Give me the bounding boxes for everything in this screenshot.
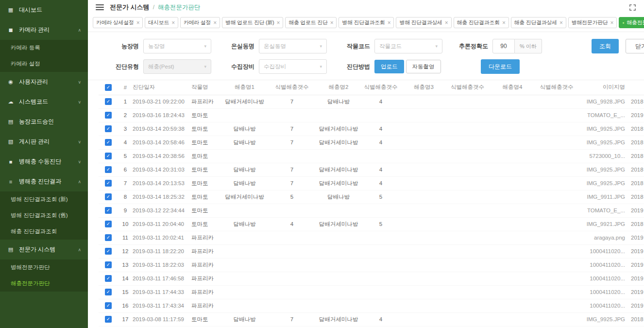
tab-item[interactable]: 해충 진단결과조회× bbox=[454, 17, 509, 28]
tab-label: 카메라 설정 bbox=[184, 19, 211, 26]
tab-item[interactable]: 병해 진단결과상세× bbox=[396, 17, 451, 28]
tab-close-icon[interactable]: × bbox=[330, 20, 334, 26]
sidebar-item[interactable]: ☁시스템코드∨ bbox=[0, 92, 88, 112]
tab-close-icon[interactable]: × bbox=[610, 20, 614, 26]
tab-item[interactable]: 카메라 설정× bbox=[180, 17, 220, 28]
row-checkbox[interactable]: ✓ bbox=[105, 275, 112, 282]
sidebar-item[interactable]: ■병해충 수동진단∨ bbox=[0, 152, 88, 172]
pest-count-4 bbox=[537, 272, 576, 285]
pest-count-3 bbox=[447, 312, 488, 326]
row-checkbox[interactable]: ✓ bbox=[105, 261, 112, 268]
row-checkbox[interactable]: ✓ bbox=[105, 207, 112, 214]
crop-name: 파프리카 bbox=[188, 95, 221, 108]
tab-item[interactable]: 대시보드× bbox=[145, 17, 178, 28]
row-checkbox[interactable]: ✓ bbox=[105, 112, 112, 119]
download-button[interactable]: 다운로드 bbox=[481, 59, 520, 74]
crop-code-select[interactable]: 작물코드 ▾ bbox=[374, 39, 442, 53]
row-checkbox[interactable]: ✓ bbox=[105, 193, 112, 200]
accuracy-input[interactable] bbox=[492, 39, 515, 53]
sidebar-subitem[interactable]: 해충 진단결과조회 bbox=[0, 224, 88, 240]
tab-close-icon[interactable]: × bbox=[559, 20, 563, 26]
sidebar-subitem[interactable]: 해충전문가판단 bbox=[0, 276, 88, 292]
sidebar-subitem[interactable]: 병해전문가판단 bbox=[0, 259, 88, 276]
pest-count-4 bbox=[537, 312, 576, 326]
row-number: 12 bbox=[118, 244, 133, 258]
row-checkbox[interactable]: ✓ bbox=[105, 221, 112, 227]
sidebar-subitem[interactable]: 병해 진단결과조회 (新) bbox=[0, 191, 88, 207]
pest-name-4 bbox=[488, 108, 537, 122]
method-upload-button[interactable]: 업로드 bbox=[374, 60, 404, 73]
sidebar-item[interactable]: ◉사용자관리∨ bbox=[0, 72, 88, 92]
tab-close-icon[interactable]: × bbox=[502, 20, 506, 26]
pest-count-3 bbox=[447, 163, 488, 176]
sidebar-item[interactable]: ≡병해충 진단결과∧ bbox=[0, 172, 88, 191]
tab-close-icon[interactable]: × bbox=[388, 20, 391, 26]
pest-count-2: 5 bbox=[361, 217, 401, 231]
tab-close-icon[interactable]: × bbox=[136, 20, 140, 26]
sidebar-subitem[interactable]: 카메라 설정 bbox=[0, 56, 88, 72]
sidebar-item[interactable]: ▧게시판 관리∨ bbox=[0, 132, 88, 152]
sidebar-subitem[interactable]: 병해 진단결과조회 (舊) bbox=[0, 207, 88, 224]
method-auto-button[interactable]: 자동촬영 bbox=[406, 60, 441, 73]
tab-label: 대시보드 bbox=[148, 19, 169, 26]
farm-name-label: 농장명 bbox=[107, 42, 139, 51]
row-checkbox[interactable]: ✓ bbox=[105, 139, 112, 146]
tab-close-icon[interactable]: × bbox=[213, 20, 217, 26]
row-checkbox[interactable]: ✓ bbox=[105, 125, 112, 132]
tab-item[interactable]: 병해 진단결과조회× bbox=[339, 17, 394, 28]
active-tab-dot-icon: ● bbox=[622, 21, 624, 24]
row-number: 6 bbox=[118, 163, 133, 176]
tab-item[interactable]: 병해전문가판단× bbox=[568, 17, 617, 28]
tab-close-icon[interactable]: × bbox=[171, 20, 175, 26]
crop-code-select-value: 작물코드 bbox=[379, 43, 402, 50]
pest-count-2 bbox=[361, 272, 401, 285]
pest-count-1: 7 bbox=[268, 95, 316, 108]
diagnosis-date: 2019-03-14 20:38:56 bbox=[133, 149, 188, 163]
tab-close-icon[interactable]: × bbox=[445, 20, 448, 26]
diagnosis-type-select[interactable]: 해충(Pest) ▾ bbox=[143, 59, 211, 74]
pest-count-2 bbox=[361, 204, 401, 217]
sidebar-item[interactable]: ◼카메라 관리∧ bbox=[0, 20, 88, 40]
crop-name: 파프리카 bbox=[188, 285, 221, 299]
sidebar-item[interactable]: ▤전문가 시스템∧ bbox=[0, 240, 88, 259]
row-checkbox[interactable]: ✓ bbox=[105, 180, 112, 187]
row-checkbox[interactable]: ✓ bbox=[105, 302, 112, 309]
pest-count-3 bbox=[447, 299, 488, 312]
table-row: ✓122019-03-11 18:22:20파프리카1000411020...2… bbox=[99, 244, 644, 258]
crop-code-group: 작물코드 작물코드 ▾ bbox=[339, 39, 442, 53]
tab-close-icon[interactable]: × bbox=[277, 20, 280, 26]
tab-active[interactable]: ●해충전문가판단× bbox=[619, 17, 644, 28]
chevron-down-icon: ▾ bbox=[204, 64, 206, 69]
close-button[interactable]: 닫기 bbox=[626, 39, 644, 53]
pest-count-1: 7 bbox=[268, 163, 316, 176]
pest-count-3 bbox=[447, 149, 488, 163]
pest-name-4 bbox=[488, 244, 537, 258]
pest-count-4 bbox=[537, 149, 576, 163]
select-all-checkbox[interactable]: ✓ bbox=[105, 84, 112, 91]
row-checkbox[interactable]: ✓ bbox=[105, 234, 112, 241]
row-checkbox[interactable]: ✓ bbox=[105, 166, 112, 173]
row-checkbox[interactable]: ✓ bbox=[105, 98, 112, 105]
upload-date: 2019 bbox=[625, 258, 644, 272]
tab-item[interactable]: 해충 업로드 진단× bbox=[285, 17, 337, 28]
row-number: 17 bbox=[118, 312, 133, 326]
hamburger-menu-icon[interactable] bbox=[96, 4, 104, 10]
row-checkbox[interactable]: ✓ bbox=[105, 289, 112, 295]
row-checkbox[interactable]: ✓ bbox=[105, 153, 112, 159]
sidebar-item[interactable]: ▤농장코드승인 bbox=[0, 112, 88, 132]
greenhouse-select[interactable]: 온실동명 ▾ bbox=[259, 39, 327, 53]
image-name: 1000411020... bbox=[576, 244, 625, 258]
fullscreen-icon[interactable] bbox=[629, 4, 636, 11]
row-checkbox[interactable]: ✓ bbox=[105, 248, 112, 255]
tab-item[interactable]: 병해 업로드 진단 (新)× bbox=[222, 17, 283, 28]
device-select[interactable]: 수집장비 ▾ bbox=[259, 59, 327, 74]
select-all-cell[interactable]: ✓ bbox=[99, 80, 118, 95]
sidebar-subitem[interactable]: 카메라 등록 bbox=[0, 40, 88, 56]
sidebar-item-label: 카메라 등록 bbox=[11, 44, 40, 52]
search-button[interactable]: 조회 bbox=[592, 39, 619, 53]
row-checkbox[interactable]: ✓ bbox=[105, 316, 112, 323]
sidebar-item[interactable]: ▦대시보드 bbox=[0, 0, 88, 20]
farm-name-select[interactable]: 농장명 ▾ bbox=[143, 39, 211, 53]
tab-item[interactable]: 해충 진단결과상세× bbox=[511, 17, 566, 28]
tab-item[interactable]: 카메라 상세설정× bbox=[93, 17, 143, 28]
